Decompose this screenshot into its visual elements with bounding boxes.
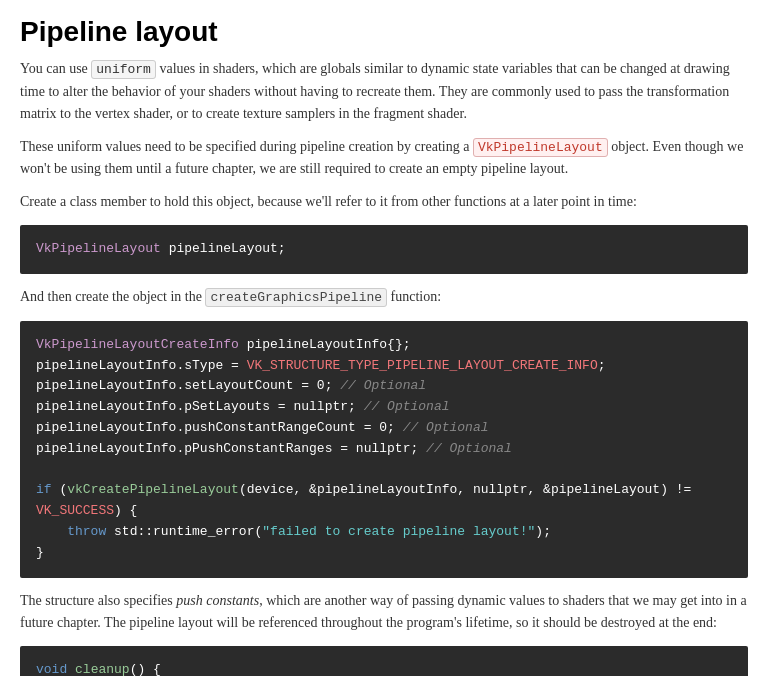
- paragraph-4: And then create the object in the create…: [20, 286, 748, 309]
- p1-code: uniform: [91, 60, 156, 79]
- p1-text-before: You can use: [20, 61, 91, 76]
- p2-text-before: These uniform values need to be specifie…: [20, 139, 473, 154]
- paragraph-3: Create a class member to hold this objec…: [20, 191, 748, 213]
- p5-em: push constants: [176, 593, 259, 608]
- p4-code: createGraphicsPipeline: [205, 288, 387, 307]
- paragraph-2: These uniform values need to be specifie…: [20, 136, 748, 181]
- p4-text-after: function:: [387, 289, 441, 304]
- p4-text-before: And then create the object in the: [20, 289, 205, 304]
- p5-text-before: The structure also specifies: [20, 593, 176, 608]
- p2-code: VkPipelineLayout: [473, 138, 608, 157]
- paragraph-5: The structure also specifies push consta…: [20, 590, 748, 635]
- paragraph-1: You can use uniform values in shaders, w…: [20, 58, 748, 126]
- code-block-3: void cleanup() { vkDestroyPipelineLayout…: [20, 646, 748, 676]
- page-title: Pipeline layout: [20, 16, 748, 48]
- code-block-1: VkPipelineLayout pipelineLayout;: [20, 225, 748, 274]
- code-block-2: VkPipelineLayoutCreateInfo pipelineLayou…: [20, 321, 748, 578]
